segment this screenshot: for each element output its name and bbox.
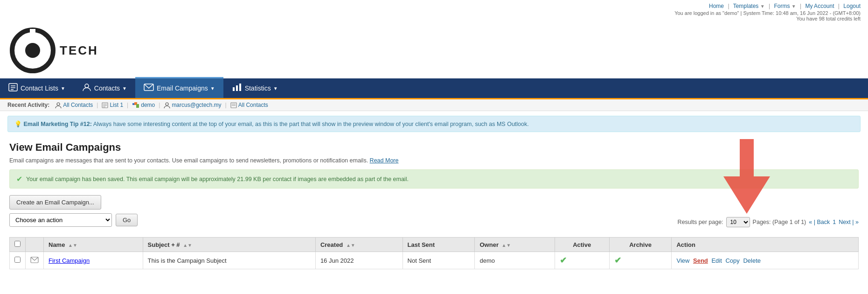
select-all-checkbox[interactable] (14, 241, 21, 247)
recent-all-contacts-2[interactable]: All Contacts (230, 102, 268, 108)
campaigns-table: Name ▲▼ Subject + # ▲▼ Created ▲▼ Last S… (9, 237, 859, 269)
nav-contacts[interactable]: Contacts ▼ (74, 78, 135, 98)
row-icon-cell (26, 252, 44, 269)
recent-all-contacts-1[interactable]: All Contacts (55, 102, 93, 108)
svg-point-20 (166, 103, 168, 105)
sep4: | (838, 3, 840, 9)
next-link[interactable]: Next | » (839, 219, 859, 225)
sep1: | (728, 3, 729, 9)
campaign-actions-cell: View Send Edit Copy Delete (672, 252, 859, 269)
view-link[interactable]: View (676, 257, 689, 264)
results-per-page-select[interactable]: 10 25 50 100 (726, 217, 750, 227)
email-icon (30, 257, 39, 263)
th-subject: Subject + # ▲▼ (143, 238, 315, 252)
subject-label: Subject + # (148, 241, 180, 248)
choose-action-select[interactable]: Choose an action Delete Selected (9, 213, 112, 227)
nav-contacts-label: Contacts (94, 84, 120, 92)
recent-list-1[interactable]: List 1 (102, 102, 123, 108)
logo-area: TECH (0, 22, 868, 78)
email-campaigns-icon (144, 83, 154, 93)
nav-statistics-label: Statistics (245, 84, 271, 92)
nav-email-campaigns[interactable]: Email Campaigns ▼ (135, 77, 223, 98)
campaign-created: 16 Jun 2022 (315, 252, 403, 269)
top-nav: Home | Templates ▼ | Forms ▼ | My Accoun… (0, 0, 868, 22)
main-nav: Contact Lists ▼ Contacts ▼ Email Campaig… (0, 78, 868, 99)
contacts-arrow: ▼ (122, 86, 127, 91)
page-title: View Email Campaigns (9, 141, 859, 154)
success-icon: ✔ (16, 175, 22, 183)
statistics-icon (232, 83, 242, 93)
choose-action-area: Choose an action Delete Selected Go (9, 213, 138, 227)
send-link[interactable]: Send (693, 257, 708, 264)
myaccount-link[interactable]: My Account (805, 3, 834, 9)
campaign-name: First Campaign (44, 252, 143, 269)
logout-link[interactable]: Logout (843, 3, 861, 9)
delete-link[interactable]: Delete (743, 257, 761, 264)
table-header: Name ▲▼ Subject + # ▲▼ Created ▲▼ Last S… (10, 238, 859, 252)
statistics-arrow: ▼ (273, 86, 278, 91)
back-link[interactable]: « | Back (809, 219, 830, 225)
edit-link[interactable]: Edit (711, 257, 722, 264)
svg-point-1 (25, 43, 40, 58)
success-message: ✔ Your email campaign has been saved. Th… (9, 169, 859, 189)
templates-link[interactable]: Templates (733, 3, 759, 9)
subject-sort-icon[interactable]: ▲▼ (183, 243, 192, 248)
th-action: Action (672, 238, 859, 252)
logo-text: TECH (60, 43, 98, 58)
nav-email-campaigns-label: Email Campaigns (157, 84, 208, 92)
create-campaign-area: Create an Email Campaign... (9, 195, 859, 210)
sep3: | (800, 3, 801, 9)
tip-bold: Email Marketing Tip #12: (23, 121, 91, 127)
row-checkbox-cell (10, 252, 26, 269)
logo-icon (9, 27, 56, 74)
svg-point-12 (57, 103, 60, 105)
svg-rect-2 (30, 29, 35, 39)
campaign-last-sent: Not Sent (403, 252, 475, 269)
nav-contact-lists[interactable]: Contact Lists ▼ (0, 78, 74, 98)
svg-point-7 (85, 84, 89, 88)
controls-row: Choose an action Delete Selected Go Resu… (9, 213, 859, 233)
active-checkmark: ✔ (560, 256, 567, 265)
th-active: Active (555, 238, 609, 252)
recent-demo[interactable]: demo (132, 102, 155, 108)
svg-rect-10 (236, 85, 238, 91)
recent-marcus[interactable]: marcus@gctech.my (164, 102, 221, 108)
campaign-active-cell: ✔ (555, 252, 609, 269)
recent-activity-bar: Recent Activity: All Contacts | List 1 |… (0, 99, 868, 111)
page-1-link[interactable]: 1 (833, 219, 836, 225)
th-icon (26, 238, 44, 252)
campaign-name-link[interactable]: First Campaign (49, 257, 90, 264)
system-info: You are logged in as "demo" | System Tim… (7, 10, 861, 21)
owner-sort-icon[interactable]: ▲▼ (502, 243, 511, 248)
nav-contact-lists-label: Contact Lists (21, 84, 58, 92)
campaign-owner: demo (475, 252, 555, 269)
pagination-area: Results per page: 10 25 50 100 Pages: (P… (678, 217, 859, 227)
go-button[interactable]: Go (116, 214, 138, 226)
svg-rect-11 (239, 84, 241, 91)
sep2: | (769, 3, 770, 9)
th-checkbox (10, 238, 26, 252)
campaign-subject: This is the Campaign Subject (143, 252, 315, 269)
create-campaign-button[interactable]: Create an Email Campaign... (9, 195, 101, 210)
th-owner: Owner ▲▼ (475, 238, 555, 252)
contacts-icon (82, 83, 91, 93)
archive-checkmark: ✔ (614, 256, 621, 265)
forms-link[interactable]: Forms (774, 3, 790, 9)
main-content: View Email Campaigns Email campaigns are… (0, 137, 868, 279)
svg-rect-9 (233, 87, 235, 91)
name-sort-icon[interactable]: ▲▼ (68, 243, 77, 248)
table-body: First Campaign This is the Campaign Subj… (10, 252, 859, 269)
row-checkbox[interactable] (14, 257, 21, 263)
pages-info: Pages: (Page 1 of 1) (753, 219, 806, 225)
tip-text: Always have some interesting content at … (93, 121, 529, 127)
copy-link[interactable]: Copy (725, 257, 739, 264)
results-per-page-label: Results per page: (678, 219, 723, 225)
th-created: Created ▲▼ (315, 238, 403, 252)
read-more-link[interactable]: Read More (370, 157, 399, 164)
nav-statistics[interactable]: Statistics ▼ (223, 78, 286, 98)
created-sort-icon[interactable]: ▲▼ (346, 243, 355, 248)
email-campaigns-arrow: ▼ (210, 86, 215, 91)
tip-box: 💡 Email Marketing Tip #12: Always have s… (7, 116, 861, 132)
svg-rect-19 (136, 104, 139, 108)
home-link[interactable]: Home (709, 3, 724, 9)
